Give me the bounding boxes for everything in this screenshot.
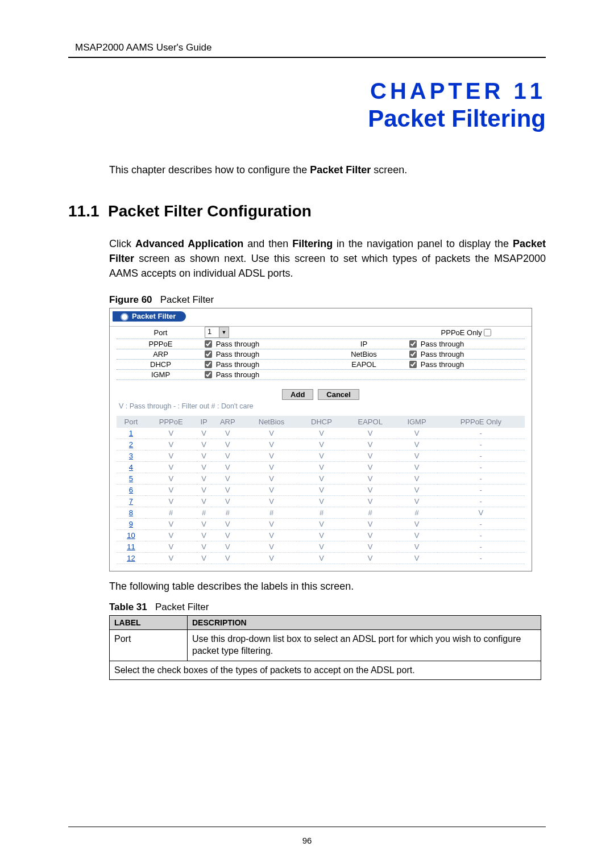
- port-link[interactable]: 4: [117, 462, 146, 473]
- filter-cell: V: [397, 519, 437, 530]
- packet-filter-screenshot: Packet Filter Port 1 ▼ PPPoE Only: [109, 308, 532, 571]
- desc-row-span: Select the check boxes of the types of p…: [110, 661, 541, 680]
- filter-cell: -: [437, 439, 525, 450]
- filter-cell: V: [197, 450, 211, 462]
- filter-cell: V: [299, 462, 344, 473]
- filter-cell: V: [211, 553, 244, 564]
- filter-table-header: EAPOL: [344, 416, 397, 428]
- filter-table-header: NetBios: [244, 416, 299, 428]
- filter-cell: V: [197, 496, 211, 507]
- filter-cell: V: [197, 428, 211, 439]
- pppoe-checkbox[interactable]: [205, 340, 212, 348]
- port-link[interactable]: 2: [117, 439, 146, 450]
- table-row: 6VVVVVVV-: [117, 485, 525, 496]
- add-button[interactable]: Add: [282, 389, 313, 400]
- filter-cell: V: [146, 439, 197, 450]
- filter-cell: -: [437, 530, 525, 541]
- filter-cell: -: [437, 496, 525, 507]
- filter-cell: V: [211, 473, 244, 485]
- filter-cell: V: [344, 519, 397, 530]
- port-link[interactable]: 8: [117, 507, 146, 519]
- filter-cell: V: [146, 473, 197, 485]
- filter-cell: V: [197, 519, 211, 530]
- filter-cell: #: [244, 507, 299, 519]
- filter-cell: V: [146, 450, 197, 462]
- ip-checkbox[interactable]: [409, 340, 417, 348]
- footer-rule: [68, 827, 546, 827]
- dhcp-checkbox[interactable]: [205, 361, 212, 368]
- filter-cell: V: [211, 485, 244, 496]
- table-row: 11VVVVVVV-: [117, 541, 525, 553]
- table-row: 10VVVVVVV-: [117, 530, 525, 541]
- filter-cell: -: [437, 485, 525, 496]
- port-link[interactable]: 12: [117, 553, 146, 564]
- filter-cell: V: [146, 428, 197, 439]
- arp-checkbox[interactable]: [205, 350, 212, 358]
- chapter-intro: This chapter describes how to configure …: [109, 163, 546, 177]
- filter-cell: V: [211, 462, 244, 473]
- page-number: 96: [0, 836, 614, 845]
- eapol-checkbox[interactable]: [409, 361, 417, 368]
- table-row: 5VVVVVVV-: [117, 473, 525, 485]
- igmp-checkbox[interactable]: [205, 371, 212, 378]
- filter-cell: V: [244, 439, 299, 450]
- port-link[interactable]: 3: [117, 450, 146, 462]
- filter-cell: #: [344, 507, 397, 519]
- pppoe-only-checkbox[interactable]: [484, 329, 491, 336]
- screen-title-tab: Packet Filter: [113, 311, 186, 322]
- filter-cell: V: [299, 496, 344, 507]
- filter-cell: V: [397, 462, 437, 473]
- filter-cell: V: [397, 439, 437, 450]
- port-link[interactable]: 11: [117, 541, 146, 553]
- cancel-button[interactable]: Cancel: [318, 389, 359, 400]
- port-select-value: 1: [205, 327, 219, 337]
- filter-cell: V: [244, 541, 299, 553]
- filter-cell: V: [211, 541, 244, 553]
- igmp-label: IGMP: [117, 370, 205, 379]
- table-row: 4VVVVVVV-: [117, 462, 525, 473]
- filter-cell: V: [211, 439, 244, 450]
- port-link[interactable]: 5: [117, 473, 146, 485]
- filter-table-header: DHCP: [299, 416, 344, 428]
- port-link[interactable]: 10: [117, 530, 146, 541]
- port-select[interactable]: 1 ▼: [205, 327, 229, 338]
- table-caption: Table 31 Packet Filter: [109, 602, 546, 613]
- netbios-checkbox[interactable]: [409, 350, 417, 358]
- chapter-word: CHAPTER: [370, 78, 504, 103]
- table-row: 8#######V: [117, 507, 525, 519]
- filter-cell: V: [211, 530, 244, 541]
- port-link[interactable]: 7: [117, 496, 146, 507]
- section-heading: 11.1 Packet Filter Configuration: [68, 202, 546, 220]
- filter-cell: V: [344, 439, 397, 450]
- filter-cell: V: [146, 496, 197, 507]
- port-link[interactable]: 9: [117, 519, 146, 530]
- filter-cell: V: [197, 530, 211, 541]
- table-row: 7VVVVVVV-: [117, 496, 525, 507]
- filter-cell: V: [244, 530, 299, 541]
- filter-cell: V: [211, 496, 244, 507]
- filter-cell: V: [397, 428, 437, 439]
- legend: V : Pass through - : Filter out # : Don'…: [119, 402, 525, 410]
- desc-row-text: Use this drop-down list box to select an…: [188, 630, 541, 661]
- filter-cell: V: [244, 553, 299, 564]
- port-link[interactable]: 6: [117, 485, 146, 496]
- filter-cell: V: [146, 485, 197, 496]
- filter-cell: V: [211, 428, 244, 439]
- filter-cell: #: [299, 507, 344, 519]
- port-link[interactable]: 1: [117, 428, 146, 439]
- filter-cell: V: [397, 496, 437, 507]
- section-body: Click Advanced Application and then Filt…: [109, 236, 546, 281]
- filter-cell: V: [397, 541, 437, 553]
- filter-cell: V: [146, 519, 197, 530]
- figure-caption: Figure 60 Packet Filter: [109, 294, 546, 306]
- section-title: Packet Filter Configuration: [108, 202, 312, 220]
- filter-cell: V: [397, 450, 437, 462]
- filter-cell: V: [299, 439, 344, 450]
- filter-table-header: IP: [197, 416, 211, 428]
- filter-cell: V: [344, 473, 397, 485]
- filter-cell: -: [437, 541, 525, 553]
- dhcp-label: DHCP: [117, 360, 205, 369]
- filter-table-header: ARP: [211, 416, 244, 428]
- filter-cell: V: [299, 473, 344, 485]
- ip-label: IP: [318, 340, 409, 348]
